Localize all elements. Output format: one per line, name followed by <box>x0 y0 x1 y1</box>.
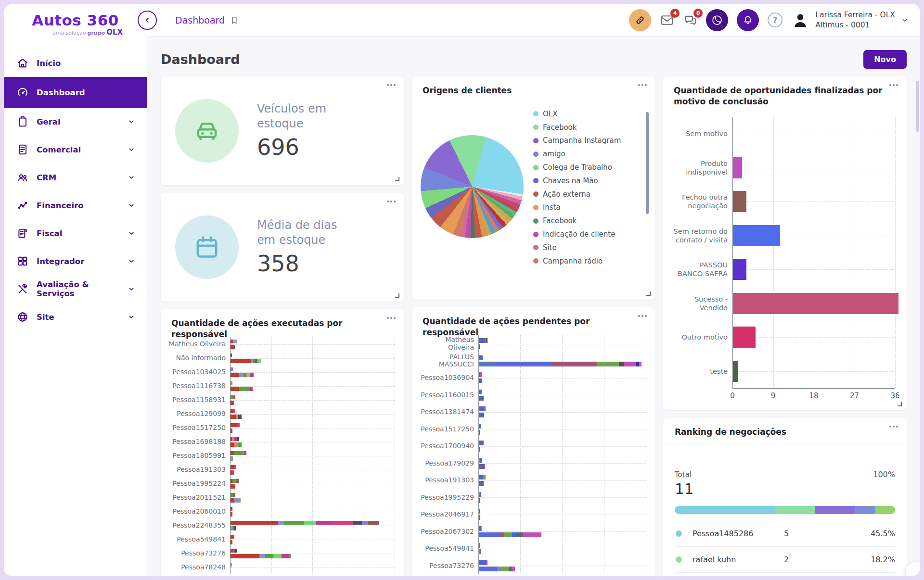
chart-row: Pessoa191303 <box>168 463 395 477</box>
category-label: Fechou outra negociação <box>673 185 732 219</box>
more-menu-icon[interactable] <box>387 317 396 319</box>
more-menu-icon[interactable] <box>638 315 647 317</box>
sidebar-item-avaliacao-servicos[interactable]: Avaliação & Serviços <box>4 275 147 303</box>
more-menu-icon[interactable] <box>387 84 396 86</box>
chart-row: Pessoa1036904 <box>420 369 646 387</box>
bookmark-icon[interactable] <box>230 15 239 25</box>
sidebar-item-inicio[interactable]: Início <box>4 49 147 77</box>
legend-item[interactable]: Facebook <box>533 121 629 134</box>
legend-label: amigo <box>543 150 565 158</box>
category-label: Pessoa1698188 <box>168 438 230 445</box>
stacked-bar <box>479 362 646 366</box>
unlink-button[interactable] <box>629 9 651 31</box>
resize-handle[interactable] <box>646 291 651 296</box>
stacked-bar <box>231 451 395 455</box>
stacked-bar <box>231 521 395 525</box>
legend-item[interactable]: Indicação de cliente <box>533 227 629 241</box>
chart-row: Sucesso - Vendido <box>673 287 895 321</box>
legend-item[interactable]: amigo <box>533 147 629 161</box>
stat-label: Média de dias em estoque <box>257 218 358 248</box>
user-menu[interactable]: Larissa Ferreira - OLX Altimus - 0001 <box>791 10 909 29</box>
chart-title: Quantidade de ações executadas por respo… <box>161 309 404 340</box>
legend-label: OLX <box>543 110 557 118</box>
resize-handle[interactable] <box>898 402 902 406</box>
legend-dot <box>533 218 539 224</box>
legend-item[interactable]: Facebook <box>533 214 629 227</box>
resize-handle[interactable] <box>395 293 399 298</box>
legend-item[interactable]: Campanha Instagram <box>533 134 629 148</box>
legend-item[interactable]: Site <box>533 241 629 254</box>
collapse-sidebar-button[interactable] <box>138 11 157 30</box>
more-menu-icon[interactable] <box>387 201 396 202</box>
legend-item[interactable]: Campanha rádio <box>533 254 629 268</box>
breadcrumb[interactable]: Dashboard <box>175 15 239 25</box>
new-button[interactable]: Novo <box>863 50 907 69</box>
stacked-bar <box>231 353 395 358</box>
chart-row: Sem motivo <box>673 117 895 151</box>
sidebar-item-label: Financeiro <box>37 201 128 210</box>
sidebar-item-fiscal[interactable]: Fiscal <box>4 219 147 247</box>
sidebar-item-label: CRM <box>37 173 128 182</box>
category-label: Pessoa73276 <box>420 562 478 569</box>
resize-handle[interactable] <box>395 177 399 181</box>
sidebar-item-site[interactable]: Site <box>4 303 147 331</box>
legend-label: Colega de Trabalho <box>543 163 612 172</box>
chart-row: Produto indisponível <box>673 151 895 185</box>
chart-row: Pessoa2011521 <box>168 491 395 504</box>
notifications-button[interactable] <box>737 9 759 31</box>
legend-item[interactable]: insta <box>533 201 629 214</box>
category-label: Matheus Oliveira <box>420 336 478 351</box>
sidebar-item-comercial[interactable]: Comercial <box>4 136 147 164</box>
legend-item[interactable]: Colega de Trabalho <box>533 161 629 174</box>
chart-line-icon <box>16 199 29 212</box>
chevron-down-icon <box>128 257 135 265</box>
category-label: Pessoa549841 <box>168 536 230 543</box>
whatsapp-button[interactable] <box>706 9 728 31</box>
legend-label: Ação externa <box>543 190 590 199</box>
ranking-percent: 45.5% <box>871 529 895 538</box>
category-label: Pessoa1517250 <box>168 424 230 431</box>
stacked-bar <box>479 344 646 349</box>
stacked-bar <box>479 458 646 463</box>
more-menu-icon[interactable] <box>638 84 647 86</box>
axis-tick-label: 0 <box>730 391 735 400</box>
legend-label: Site <box>543 243 557 252</box>
sidebar-item-geral[interactable]: Geral <box>4 108 147 136</box>
chevron-down-icon <box>128 118 135 126</box>
legend-dot <box>533 165 539 170</box>
pie-chart <box>421 135 524 238</box>
category-label: PASSOU BANCO SAFRA <box>673 252 732 287</box>
stacked-bar <box>479 509 646 514</box>
category-label: Pessoa191303 <box>168 466 230 473</box>
legend-item[interactable]: OLX <box>533 107 629 121</box>
stat-value: 696 <box>257 134 358 160</box>
category-label: Pessoa1517250 <box>420 426 478 433</box>
legend-item[interactable]: Chaves na Mão <box>533 174 629 188</box>
sidebar-item-financeiro[interactable]: Financeiro <box>4 191 147 219</box>
page-title: Dashboard <box>161 52 240 67</box>
grid-icon <box>16 255 29 267</box>
sidebar-item-crm[interactable]: CRM <box>4 164 147 191</box>
sidebar-item-label: Geral <box>37 117 128 126</box>
chart-row: Matheus Oliveira <box>420 335 646 353</box>
more-menu-icon[interactable] <box>889 426 898 428</box>
ranking-row[interactable]: Pessoa1485286545.5% <box>675 521 895 547</box>
chart-row: Pessoa179029 <box>420 455 646 472</box>
ranking-row[interactable]: rafael kuhn218.2% <box>675 547 895 573</box>
mail-button[interactable]: 4 <box>660 13 674 27</box>
chat-button[interactable]: 0 <box>683 13 697 27</box>
chevron-left-icon <box>143 16 151 24</box>
category-label: Pessoa1995229 <box>420 494 478 501</box>
legend-scrollbar[interactable] <box>646 112 649 214</box>
progress-segment <box>815 506 855 514</box>
ranking-row[interactable]: Ana218.2% <box>675 573 895 576</box>
chevron-down-icon <box>128 313 135 321</box>
legend-dot <box>533 191 539 197</box>
legend-item[interactable]: Ação externa <box>533 188 629 201</box>
page-scrollbar[interactable] <box>916 81 919 132</box>
car-icon <box>175 99 239 163</box>
more-menu-icon[interactable] <box>889 84 898 86</box>
sidebar-item-integrador[interactable]: Integrador <box>4 247 147 275</box>
sidebar-item-dashboard[interactable]: Dashboard <box>4 77 147 108</box>
help-button[interactable]: ? <box>768 13 783 27</box>
